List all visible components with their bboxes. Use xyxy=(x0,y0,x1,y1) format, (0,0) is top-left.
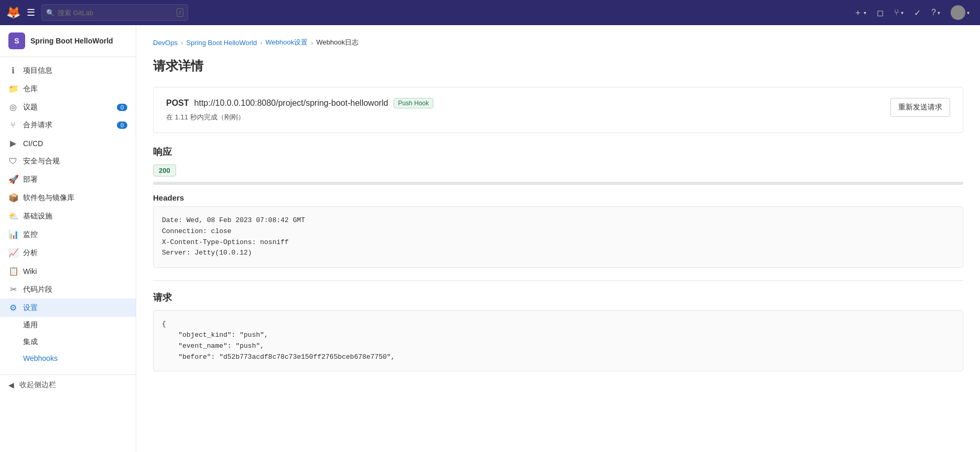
response-progress-bar xyxy=(153,182,963,185)
response-headers-block: Date: Wed, 08 Feb 2023 07:08:42 GMT Conn… xyxy=(153,206,963,268)
search-input[interactable] xyxy=(58,9,173,17)
collapse-icon: ◀ xyxy=(8,381,14,389)
info-icon: ℹ xyxy=(8,65,18,75)
user-avatar-btn[interactable]: ▾ xyxy=(946,2,974,23)
collapse-sidebar-button[interactable]: ◀ 收起侧边栏 xyxy=(0,374,136,395)
sidebar-item-snippets[interactable]: ✂ 代码片段 xyxy=(0,280,136,299)
sidebar-item-monitor[interactable]: 📊 监控 xyxy=(0,225,136,244)
breadcrumb: DevOps › Spring Boot HelloWorld › Webhoo… xyxy=(153,38,963,47)
sidebar-sub-label: Webhooks xyxy=(23,354,58,362)
sidebar-item-security[interactable]: 🛡 安全与合规 xyxy=(0,152,136,170)
menu-icon[interactable]: ☰ xyxy=(27,7,35,18)
cicd-icon: ▶ xyxy=(8,138,18,148)
help-icon-btn[interactable]: ? ▾ xyxy=(927,5,944,20)
issues-icon: ◎ xyxy=(8,102,18,112)
sidebar-item-label: 基础设施 xyxy=(23,212,52,221)
sidebar-sub-label: 通用 xyxy=(23,321,38,329)
headers-label: Headers xyxy=(153,193,963,202)
response-section: 响应 200 Headers Date: Wed, 08 Feb 2023 07… xyxy=(153,146,963,268)
chevron-icon2: ▾ xyxy=(901,10,903,16)
chevron-icon3: ▾ xyxy=(938,10,940,16)
request-method: POST xyxy=(166,98,189,108)
sidebar-item-label: 仓库 xyxy=(23,84,38,94)
search-icon: 🔍 xyxy=(46,9,55,17)
sidebar-item-packages[interactable]: 📦 软件包与镜像库 xyxy=(0,189,136,207)
sidebar-item-project-info[interactable]: ℹ 项目信息 xyxy=(0,61,136,80)
merge-icon-btn[interactable]: ⑂ ▾ xyxy=(890,5,908,20)
navbar: 🦊 ☰ 🔍 / ＋ ▾ ◻ ⑂ ▾ ✓ ? ▾ ▾ xyxy=(0,0,980,25)
sidebar-item-label: 部署 xyxy=(23,175,38,184)
merge-badge: 0 xyxy=(117,122,127,129)
breadcrumb-sep1: › xyxy=(181,39,183,47)
breadcrumb-webhook-settings[interactable]: Webhook设置 xyxy=(266,38,308,47)
sidebar-item-merge-requests[interactable]: ⑂ 合并请求 0 xyxy=(0,116,136,134)
issues-icon-btn[interactable]: ◻ xyxy=(873,5,888,21)
sidebar-item-ci-cd[interactable]: ▶ CI/CD xyxy=(0,134,136,152)
request-body-block: { "object_kind": "push", "event_name": "… xyxy=(153,310,963,371)
shield-icon: 🛡 xyxy=(8,157,18,166)
sidebar-sub-item-general[interactable]: 通用 xyxy=(0,317,136,334)
search-slash: / xyxy=(177,8,183,17)
project-name: Spring Boot HelloWorld xyxy=(30,37,113,45)
sidebar-nav: ℹ 项目信息 📁 仓库 ◎ 议题 0 ⑂ 合并请求 0 xyxy=(0,57,136,395)
sidebar-item-analyze[interactable]: 📈 分析 xyxy=(0,244,136,262)
navbar-actions: ＋ ▾ ◻ ⑂ ▾ ✓ ? ▾ ▾ xyxy=(850,2,974,23)
request-time: 在 1.11 秒内完成（刚刚） xyxy=(166,113,433,122)
settings-icon: ⚙ xyxy=(8,303,18,313)
request-body-section: 请求 { "object_kind": "push", "event_name"… xyxy=(153,291,963,371)
deploy-icon: 🚀 xyxy=(8,174,18,184)
collapse-label: 收起侧边栏 xyxy=(19,380,56,390)
help-icon: ? xyxy=(931,8,936,17)
new-button[interactable]: ＋ ▾ xyxy=(850,4,870,21)
sidebar-item-settings[interactable]: ⚙ 设置 xyxy=(0,299,136,317)
sidebar-item-wiki[interactable]: 📋 Wiki xyxy=(0,262,136,280)
wiki-icon: 📋 xyxy=(8,266,18,276)
check-icon: ✓ xyxy=(914,8,921,18)
sidebar-item-label: 设置 xyxy=(23,303,38,313)
breadcrumb-devops[interactable]: DevOps xyxy=(153,39,178,47)
sidebar-item-infrastructure[interactable]: ⛅ 基础设施 xyxy=(0,207,136,225)
sidebar-item-label: 安全与合规 xyxy=(23,157,60,166)
monitor-icon: 📊 xyxy=(8,229,18,239)
check-icon-btn[interactable]: ✓ xyxy=(910,5,925,21)
section-divider xyxy=(153,280,963,281)
sidebar-item-repository[interactable]: 📁 仓库 xyxy=(0,80,136,98)
sidebar-item-deploy[interactable]: 🚀 部署 xyxy=(0,170,136,189)
issues-badge: 0 xyxy=(117,104,127,111)
issues-icon: ◻ xyxy=(877,8,884,18)
snippets-icon: ✂ xyxy=(8,284,18,294)
infra-icon: ⛅ xyxy=(8,211,18,221)
request-detail-card: POST http://10.0.0.100:8080/project/spri… xyxy=(153,87,963,133)
push-hook-badge: Push Hook xyxy=(394,98,434,108)
sidebar-sub-label: 集成 xyxy=(23,337,38,346)
user-avatar xyxy=(951,5,965,20)
request-url-line: POST http://10.0.0.100:8080/project/spri… xyxy=(166,98,433,108)
layout: S Spring Boot HelloWorld ℹ 项目信息 📁 仓库 ◎ 议… xyxy=(0,25,980,452)
project-icon: S xyxy=(8,32,25,49)
merge-icon: ⑂ xyxy=(8,120,18,130)
chevron-icon4: ▾ xyxy=(967,10,970,16)
response-section-title: 响应 xyxy=(153,146,963,158)
main-content: DevOps › Spring Boot HelloWorld › Webhoo… xyxy=(136,25,980,452)
sidebar-item-label: Wiki xyxy=(23,267,37,275)
sidebar-sub-item-integration[interactable]: 集成 xyxy=(0,334,136,350)
folder-icon: 📁 xyxy=(8,84,18,94)
sidebar-item-label: 代码片段 xyxy=(23,285,52,294)
gitlab-logo-icon[interactable]: 🦊 xyxy=(6,6,20,19)
sidebar-project-header: S Spring Boot HelloWorld xyxy=(0,25,136,57)
sidebar-item-label: 软件包与镜像库 xyxy=(23,193,74,203)
sidebar-item-issues[interactable]: ◎ 议题 0 xyxy=(0,98,136,116)
request-section-title: 请求 xyxy=(153,291,963,304)
sidebar-item-label: CI/CD xyxy=(23,139,43,148)
request-url: http://10.0.0.100:8080/project/spring-bo… xyxy=(194,98,388,108)
breadcrumb-project[interactable]: Spring Boot HelloWorld xyxy=(186,39,257,47)
resend-request-button[interactable]: 重新发送请求 xyxy=(890,98,950,117)
sidebar-sub-item-webhooks[interactable]: Webhooks xyxy=(0,350,136,366)
sidebar-item-label: 项目信息 xyxy=(23,66,52,75)
sidebar: S Spring Boot HelloWorld ℹ 项目信息 📁 仓库 ◎ 议… xyxy=(0,25,136,452)
sidebar-item-label: 议题 xyxy=(23,103,38,112)
packages-icon: 📦 xyxy=(8,193,18,203)
merge-icon: ⑂ xyxy=(894,8,899,17)
search-bar: 🔍 / xyxy=(41,4,188,21)
sidebar-item-label: 分析 xyxy=(23,248,38,258)
